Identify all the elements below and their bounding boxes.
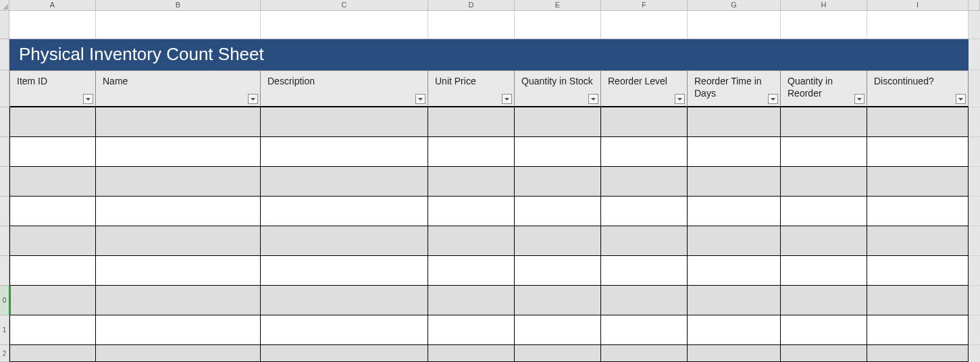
cell[interactable] [601,226,688,256]
column-header-d[interactable]: D [428,0,515,11]
cell[interactable] [428,286,515,315]
row-header-3[interactable] [0,70,9,107]
table-header-description[interactable]: Description [261,70,428,107]
cell[interactable] [601,256,688,286]
cell[interactable] [867,315,969,345]
cell[interactable] [261,315,428,345]
cell[interactable] [867,107,969,137]
cell[interactable] [867,226,969,256]
cell[interactable] [601,137,688,167]
cell[interactable] [688,107,781,137]
select-all-corner[interactable] [0,0,9,11]
cell[interactable] [9,137,96,167]
cell[interactable] [515,256,601,286]
cell[interactable] [428,315,515,345]
cell[interactable] [515,315,601,345]
cell[interactable] [867,11,969,39]
cell[interactable] [688,315,781,345]
cell[interactable] [96,167,261,197]
filter-button[interactable] [83,94,93,104]
cell[interactable] [781,256,867,286]
cell[interactable] [515,197,601,226]
column-header-c[interactable]: C [261,0,428,11]
cell[interactable] [515,226,601,256]
cell[interactable] [9,256,96,286]
cell[interactable] [515,107,601,137]
cell[interactable] [96,256,261,286]
cell[interactable] [261,167,428,197]
filter-button[interactable] [675,94,685,104]
active-cell[interactable] [9,286,96,315]
filter-button[interactable] [415,94,425,104]
cell[interactable] [601,107,688,137]
cell[interactable] [96,315,261,345]
table-header-quantity-in-stock[interactable]: Quantity in Stock [515,70,601,107]
cell[interactable] [428,137,515,167]
table-header-discontinued[interactable]: Discontinued? [867,70,969,107]
cell[interactable] [601,197,688,226]
cell[interactable] [515,11,601,39]
cell[interactable] [867,286,969,315]
column-header-e[interactable]: E [515,0,601,11]
cell[interactable] [781,167,867,197]
cell[interactable] [261,137,428,167]
row-header-6[interactable] [0,167,9,197]
cell[interactable] [428,107,515,137]
cell[interactable] [428,197,515,226]
filter-button[interactable] [588,94,598,104]
cell[interactable] [688,11,781,39]
filter-button[interactable] [854,94,865,104]
cell[interactable] [781,107,867,137]
table-header-reorder-level[interactable]: Reorder Level [601,70,688,107]
cell[interactable] [96,107,261,137]
cell[interactable] [781,286,867,315]
cell[interactable] [428,11,515,39]
cell[interactable] [688,197,781,226]
cell[interactable] [867,345,969,362]
table-header-name[interactable]: Name [96,70,261,107]
cell[interactable] [515,167,601,197]
filter-button[interactable] [248,94,258,104]
cell[interactable] [9,197,96,226]
cell[interactable] [688,256,781,286]
row-header-7[interactable] [0,197,9,226]
cell[interactable] [688,286,781,315]
cell[interactable] [515,137,601,167]
cell[interactable] [688,226,781,256]
cell[interactable] [515,286,601,315]
cell[interactable] [9,107,96,137]
cell[interactable] [515,345,601,362]
row-header-1[interactable] [0,11,9,39]
cell[interactable] [688,137,781,167]
row-header-4[interactable] [0,107,9,137]
cell[interactable] [601,11,688,39]
cell[interactable] [261,11,428,39]
column-header-f[interactable]: F [601,0,688,11]
cell[interactable] [428,345,515,362]
column-header-i[interactable]: I [867,0,969,11]
row-header-10[interactable]: 0 [0,286,9,315]
cell[interactable] [428,167,515,197]
row-header-12[interactable]: 2 [0,345,9,362]
row-header-9[interactable] [0,256,9,286]
cell[interactable] [867,167,969,197]
cell[interactable] [261,345,428,362]
cell[interactable] [781,226,867,256]
cell[interactable] [601,286,688,315]
row-header-2[interactable] [0,39,9,70]
cell[interactable] [867,256,969,286]
cell[interactable] [688,167,781,197]
cell[interactable] [601,345,688,362]
cell[interactable] [781,137,867,167]
cell[interactable] [781,315,867,345]
cell[interactable] [96,226,261,256]
column-header-g[interactable]: G [688,0,781,11]
cell[interactable] [261,256,428,286]
row-header-11[interactable]: 1 [0,315,9,345]
table-header-reorder-time-in-days[interactable]: Reorder Time in Days [688,70,781,107]
row-header-5[interactable] [0,137,9,167]
cell[interactable] [867,137,969,167]
cell[interactable] [9,315,96,345]
cell[interactable] [261,286,428,315]
filter-button[interactable] [956,94,966,104]
